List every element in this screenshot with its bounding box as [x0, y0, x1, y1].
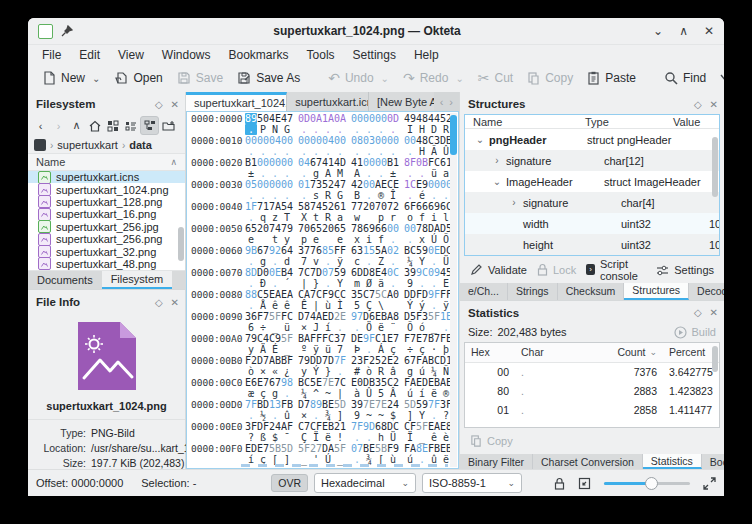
hex-byte[interactable]: 1C [404, 179, 416, 190]
hex-byte[interactable]: C2 [387, 377, 399, 388]
char-cell[interactable]: G [281, 124, 293, 135]
column-name[interactable]: Name [465, 116, 585, 128]
hex-byte[interactable]: FA [404, 443, 416, 454]
structures-tree[interactable]: Name Type Value ⌄pngHeaderstruct pngHead… [464, 114, 720, 256]
pin-icon[interactable] [61, 25, 73, 37]
char-cell[interactable]: . [363, 146, 375, 157]
file-list-item[interactable]: supertuxkart_128.png [28, 196, 185, 208]
tab-charset-conversion[interactable]: Charset Conversion [533, 454, 643, 469]
hex-byte[interactable]: ED [245, 443, 257, 454]
hex-byte[interactable]: 42 [351, 179, 363, 190]
hex-byte[interactable]: 5B [269, 443, 281, 454]
char-cell[interactable]: . [363, 168, 375, 179]
hex-byte[interactable]: E6 [245, 377, 257, 388]
hex-byte[interactable]: 0A [334, 113, 346, 124]
hex-byte[interactable]: 00 [310, 135, 322, 146]
char-cell[interactable]: × [257, 366, 269, 377]
char-cell[interactable]: . [281, 146, 293, 157]
hex-byte[interactable]: 20 [322, 223, 334, 234]
hex-byte[interactable]: 58 [298, 201, 310, 212]
hex-byte[interactable]: 7A [269, 201, 281, 212]
char-cell[interactable]: . [322, 124, 334, 135]
char-cell[interactable]: e [245, 234, 257, 245]
char-cell[interactable]: | [298, 278, 310, 289]
hex-byte[interactable]: 20 [363, 201, 375, 212]
expander-open-icon[interactable]: ⌄ [475, 134, 485, 145]
settings-button[interactable]: Settings [656, 264, 714, 276]
undo-button[interactable]: ↶ Undo⌄ [322, 68, 395, 88]
char-cell[interactable]: ¼ [404, 256, 416, 267]
char-cell[interactable]: . [428, 190, 440, 201]
hex-row[interactable]: 0000:00F0EDE75B5D5F27DA5F07BE5BF9FA8EFBE… [187, 443, 458, 454]
char-cell[interactable]: ¨ [387, 322, 399, 333]
char-cell[interactable]: . [281, 168, 293, 179]
char-cell[interactable]: w [351, 212, 363, 223]
char-cell[interactable]: A [351, 168, 363, 179]
char-cell[interactable]: J [310, 322, 322, 333]
hex-byte[interactable]: 39 [404, 267, 416, 278]
char-cell[interactable]: Ï [404, 432, 416, 443]
hex-byte[interactable]: 1A [322, 113, 334, 124]
char-cell[interactable]: Õ [404, 322, 416, 333]
char-cell[interactable]: . [281, 388, 293, 399]
overwrite-mode-button[interactable]: OVR [271, 474, 308, 492]
char-cell[interactable]: t [310, 212, 322, 223]
hex-byte[interactable]: 23 [351, 355, 363, 366]
hex-byte[interactable]: 85 [322, 245, 334, 256]
char-row[interactable]: 6÷_ü×Jí..Öë¨Õó_. [187, 322, 458, 333]
char-cell[interactable]: ß [257, 432, 269, 443]
char-cell[interactable]: Ç [363, 300, 375, 311]
back-button[interactable]: ‹ [32, 117, 49, 134]
hex-byte[interactable]: C7 [363, 289, 375, 300]
fit-zoom-icon[interactable] [578, 477, 591, 490]
hex-byte[interactable]: F2 [245, 355, 257, 366]
char-cell[interactable]: Ð [257, 278, 269, 289]
char-cell[interactable]: ¼ [298, 388, 310, 399]
hex-row[interactable]: 0000:00401F717A5458745261772070726F66696… [187, 201, 458, 212]
hex-byte[interactable]: 67 [310, 157, 322, 168]
float-panel-icon[interactable]: ◇ [694, 99, 702, 110]
hex-byte[interactable]: C9 [269, 333, 281, 344]
close-panel-icon[interactable]: ✕ [171, 297, 179, 308]
hex-row[interactable]: 0000:00E03FDF24AFC7CFEB217F9D68DCCF5FEAE… [187, 421, 458, 432]
hex-byte[interactable]: 7C [298, 267, 310, 278]
char-cell[interactable]: Ì [334, 300, 346, 311]
hex-byte[interactable]: C3 [428, 135, 440, 146]
details-view-button[interactable] [122, 117, 139, 134]
hex-scrollbar[interactable] [450, 113, 457, 467]
char-cell[interactable]: t [269, 234, 281, 245]
char-cell[interactable]: . [298, 146, 310, 157]
hex-byte[interactable]: 00 [404, 223, 416, 234]
save-as-button[interactable]: Save As [231, 68, 306, 88]
char-cell[interactable]: M [334, 168, 346, 179]
hex-byte[interactable]: 5F [281, 333, 293, 344]
char-cell[interactable]: ë [375, 322, 387, 333]
hex-byte[interactable]: 0E [428, 245, 440, 256]
char-cell[interactable]: . [404, 190, 416, 201]
hex-byte[interactable]: EA [281, 289, 293, 300]
hex-byte[interactable]: 0C [387, 267, 399, 278]
hex-byte[interactable]: 7F [245, 399, 257, 410]
hex-byte[interactable]: 00 [387, 223, 399, 234]
hex-byte[interactable]: C1 [375, 333, 387, 344]
hex-byte[interactable]: 00 [257, 135, 269, 146]
scroll-tabs-right-icon[interactable]: › [449, 96, 453, 108]
char-cell[interactable]: . [387, 124, 399, 135]
hex-byte[interactable]: 6F [404, 201, 416, 212]
char-cell[interactable]: Î [387, 190, 399, 201]
char-row[interactable]: .½.û×.¾]9~~$]Y.? [187, 410, 458, 421]
hex-byte[interactable]: AE [375, 179, 387, 190]
char-cell[interactable]: . [269, 168, 281, 179]
char-row[interactable]: .Ð.´|}.YmØä.9..E [187, 278, 458, 289]
hex-byte[interactable]: 0A [310, 113, 322, 124]
hex-byte[interactable]: 35 [375, 377, 387, 388]
hex-byte[interactable]: FF [334, 245, 346, 256]
hex-byte[interactable]: B1 [387, 157, 399, 168]
char-cell[interactable]: y [281, 234, 293, 245]
char-cell[interactable]: . [269, 146, 281, 157]
hex-byte[interactable]: B1 [245, 157, 257, 168]
hex-byte[interactable]: C4 [257, 333, 269, 344]
hex-byte[interactable]: 05 [245, 179, 257, 190]
char-cell[interactable]: 9 [351, 410, 363, 421]
char-cell[interactable]: x [416, 234, 428, 245]
